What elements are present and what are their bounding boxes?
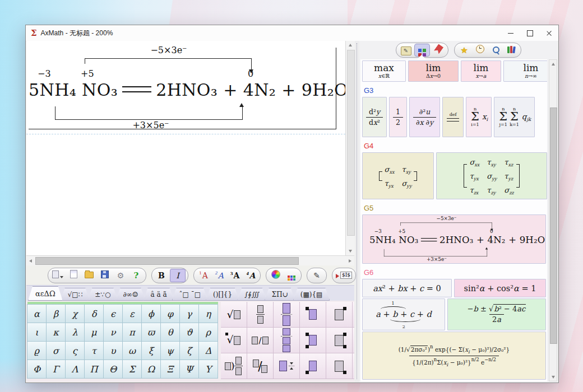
sqrt-template[interactable]: √	[221, 302, 247, 328]
greek-key[interactable]: ι	[27, 323, 47, 342]
greek-key[interactable]: Υ	[198, 360, 218, 379]
bookmark-button[interactable]	[431, 44, 446, 56]
scroll-up-icon[interactable]	[549, 60, 557, 68]
greek-key[interactable]: ϑ	[179, 323, 199, 342]
formula-tile[interactable]: σxxτxyτxzτyxσyyτyzτzxτzyσzz	[436, 152, 547, 199]
greek-key[interactable]: ζ	[179, 341, 199, 360]
style3-button[interactable]: 3A	[228, 269, 242, 282]
greek-key[interactable]: Π	[84, 360, 104, 379]
greek-key[interactable]: φ	[160, 304, 180, 323]
greek-key[interactable]: ε	[122, 304, 142, 323]
formula-tile[interactable]: −5×3e⁻ −3 +5 0 5NH₄ NO₃2HNO₃ + 4N₂ + 9H₂…	[362, 214, 546, 264]
style4-button[interactable]: 4A	[243, 269, 258, 282]
formula-tile[interactable]: 12	[389, 97, 407, 137]
formula-tile[interactable]: nΣj=1nΣk=1qjk	[494, 97, 535, 137]
subsup-right-template[interactable]	[326, 327, 353, 353]
greek-key[interactable]: Λ	[65, 360, 85, 379]
minimize-button[interactable]	[501, 25, 520, 41]
library-scroll-thumb[interactable]	[550, 108, 557, 344]
greek-key[interactable]: μ	[84, 323, 104, 342]
pen-button[interactable]: ✎	[309, 269, 324, 282]
vertical-scroll-thumb[interactable]	[347, 50, 355, 236]
greek-key[interactable]: λ	[65, 323, 85, 342]
sub-left-template[interactable]	[299, 353, 326, 379]
save-button[interactable]	[98, 269, 112, 282]
frac-inline-template[interactable]: /	[247, 327, 274, 353]
formula-tile[interactable]: (1/2πσ₀²)n exp{(− Σ(xi − μ₀)²)/2σ₀²}{1/(…	[362, 332, 546, 380]
greek-key[interactable]: σ	[46, 341, 66, 360]
stack-3-template[interactable]	[273, 327, 300, 353]
close-button[interactable]	[539, 25, 558, 41]
canvas-vertical-scrollbar[interactable]	[345, 41, 355, 255]
menu-button[interactable]	[50, 269, 65, 282]
tab-10[interactable]: (▦){▤	[293, 288, 330, 301]
greek-key[interactable]: Θ	[103, 360, 123, 379]
maximize-button[interactable]	[520, 25, 539, 41]
greek-key[interactable]: π	[122, 323, 142, 342]
greek-key[interactable]: ξ	[141, 341, 161, 360]
frac-stacked-template[interactable]	[247, 302, 274, 328]
horizontal-scroll-thumb[interactable]	[35, 257, 299, 265]
stack-2-template[interactable]	[273, 302, 300, 328]
scroll-right-icon[interactable]	[346, 256, 354, 265]
greek-key[interactable]: Γ	[46, 360, 66, 379]
bracket-template[interactable]: [	[352, 327, 354, 353]
library-scrollbar[interactable]	[549, 59, 557, 381]
greek-key[interactable]: ϕ	[141, 304, 161, 323]
tab-2[interactable]: √□∷	[61, 288, 90, 301]
formula-tile[interactable]: ax² + bx + c = 0	[362, 279, 452, 297]
greek-key[interactable]: Φ	[27, 360, 47, 379]
greek-key[interactable]: χ	[65, 304, 85, 323]
formula-tile[interactable]: σxxτxyτyxσyy	[362, 152, 434, 199]
greek-key[interactable]: θ	[160, 323, 180, 342]
handwrite-button[interactable]: ✎	[399, 44, 413, 56]
style1-button[interactable]: 1A	[196, 269, 211, 282]
latex-button[interactable]: $I$	[335, 269, 353, 282]
formula-tile[interactable]: a + b + c + d12	[362, 298, 445, 330]
greek-key[interactable]: ϱ	[27, 341, 47, 360]
greek-key[interactable]: ν	[103, 323, 123, 342]
greek-key[interactable]: β	[46, 304, 66, 323]
titlebar[interactable]: Σ AxMath - 无标题 - 200%	[26, 25, 558, 41]
italic-button[interactable]: I	[170, 269, 186, 282]
formula-tile[interactable]: nΣi=1xi	[466, 97, 492, 137]
help-button[interactable]: ?	[129, 269, 144, 282]
formula-tile[interactable]: sin²α + cos²α = 1	[454, 279, 546, 297]
nth-root-template[interactable]: √	[221, 327, 247, 353]
bracket-template[interactable]: [	[352, 302, 354, 328]
greek-key[interactable]: ϵ	[103, 304, 123, 323]
bracket-template[interactable]: [	[352, 353, 354, 379]
greek-key[interactable]: υ	[103, 341, 123, 360]
formula-tile[interactable]: d²ydx²	[362, 97, 387, 137]
sub-right-template[interactable]	[326, 353, 353, 379]
tab-9[interactable]: ΣΠ∪	[265, 288, 295, 301]
greek-key[interactable]: Ξ	[160, 360, 180, 379]
formula-tile[interactable]: limΔx→0	[408, 60, 459, 82]
formula-tile[interactable]: maxx∈ℝ	[362, 60, 406, 82]
open-button[interactable]	[82, 269, 96, 282]
greek-key[interactable]: τ	[84, 341, 104, 360]
scroll-up-icon[interactable]	[346, 41, 355, 49]
scroll-left-icon[interactable]	[26, 256, 35, 265]
recent-button[interactable]	[473, 44, 487, 56]
greek-key[interactable]: Ψ	[179, 360, 199, 379]
tab-1[interactable]: αεΔΩ	[28, 286, 63, 301]
formula-tile[interactable]: −b ± b² − 4ac2a	[447, 298, 546, 330]
frac-slant-template[interactable]: /	[247, 353, 274, 379]
search-button[interactable]	[488, 44, 503, 56]
greek-key[interactable]: Ω	[141, 360, 161, 379]
greek-key[interactable]: Δ	[198, 341, 218, 360]
new-button[interactable]	[66, 269, 81, 282]
tab-7[interactable]: ()[]{}	[206, 288, 239, 301]
greek-key[interactable]: ψ	[160, 341, 180, 360]
formula-tile[interactable]: def	[442, 97, 464, 137]
greek-key[interactable]: η	[198, 304, 218, 323]
greek-key[interactable]: ς	[65, 341, 85, 360]
equation-canvas[interactable]: −5×3e⁻ −3 +5 0 5NH₄ NO₃2HNO₃ + 4N₂ + 9H₂…	[26, 41, 345, 255]
greek-key[interactable]: κ	[46, 323, 66, 342]
bold-button[interactable]: B	[154, 269, 169, 282]
sup-right-template[interactable]	[326, 302, 353, 328]
settings-button[interactable]: ⚙	[113, 269, 128, 282]
formula-tile[interactable]: limn→∞	[503, 60, 547, 82]
sup-left-template[interactable]	[299, 302, 326, 328]
